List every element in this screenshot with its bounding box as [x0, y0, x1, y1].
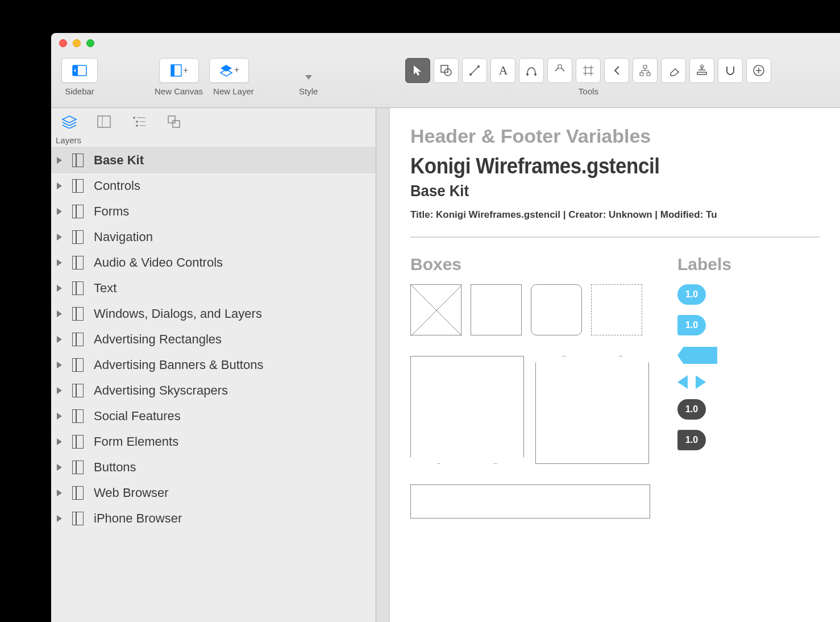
labels-section: Labels 1.0 1.0 1.0 1.0: [677, 255, 734, 519]
style-dropdown[interactable]: [296, 58, 321, 83]
layer-item-label: iPhone Browser: [94, 511, 182, 526]
svg-line-45: [411, 285, 462, 336]
layer-item[interactable]: Audio & Video Controls: [51, 250, 376, 275]
artboard-tool[interactable]: [576, 58, 601, 83]
svg-text:+: +: [234, 65, 239, 74]
label-bubble-3[interactable]: 1.0: [677, 399, 706, 420]
minimize-button[interactable]: [73, 39, 81, 47]
svg-text:+: +: [183, 65, 188, 75]
pen-tool[interactable]: [519, 58, 544, 83]
layer-item[interactable]: Advertising Rectangles: [51, 326, 376, 352]
layer-item[interactable]: Navigation: [51, 224, 376, 250]
new-layer-label: New Layer: [213, 86, 254, 96]
eraser-tool[interactable]: [661, 58, 686, 83]
hierarchy-tool[interactable]: [633, 58, 658, 83]
sidebar-toggle-button[interactable]: [61, 58, 98, 83]
layer-item[interactable]: iPhone Browser: [51, 505, 376, 531]
layer-item[interactable]: Advertising Skyscrapers: [51, 378, 376, 403]
layer-item-label: Forms: [94, 204, 129, 219]
layer-item[interactable]: Advertising Banners & Buttons: [51, 352, 376, 378]
disclosure-triangle-icon[interactable]: [57, 336, 62, 343]
wide-box-shape[interactable]: [410, 484, 650, 519]
rounded-square-shape[interactable]: [531, 284, 582, 335]
triangle-pair[interactable]: [677, 375, 734, 389]
selection-tab[interactable]: [167, 115, 184, 130]
new-layer-button[interactable]: +: [209, 58, 249, 83]
chevron-down-icon: [305, 75, 312, 80]
stamp-tool[interactable]: [689, 58, 714, 83]
layer-item[interactable]: Windows, Dialogs, and Layers: [51, 301, 376, 326]
placeholder-box-shape[interactable]: [410, 284, 461, 335]
arrow-label-shape[interactable]: [677, 347, 717, 364]
disclosure-triangle-icon[interactable]: [57, 387, 62, 394]
text-tool[interactable]: A: [490, 58, 515, 83]
layer-item[interactable]: Web Browser: [51, 480, 376, 505]
svg-rect-4: [171, 65, 174, 76]
boxes-section: Boxes: [410, 255, 650, 519]
disclosure-triangle-icon[interactable]: [57, 285, 62, 292]
layer-item[interactable]: Forms: [51, 198, 376, 224]
disclosure-triangle-icon[interactable]: [57, 208, 62, 215]
svg-point-41: [136, 125, 138, 127]
layer-item[interactable]: Social Features: [51, 403, 376, 429]
disclosure-triangle-icon[interactable]: [57, 413, 62, 420]
svg-line-12: [471, 67, 479, 74]
canvas-tab[interactable]: [97, 115, 114, 130]
close-button[interactable]: [59, 39, 67, 47]
shape-tool[interactable]: [434, 58, 459, 83]
svg-point-14: [477, 65, 480, 68]
label-bubble-4[interactable]: 1.0: [677, 430, 706, 450]
layer-item[interactable]: Text: [51, 275, 376, 301]
layer-item[interactable]: Controls: [51, 173, 376, 198]
layers-tab[interactable]: [61, 115, 78, 130]
layer-item[interactable]: Form Elements: [51, 429, 376, 454]
canvas-icon: [72, 230, 84, 244]
canvas-icon: [72, 307, 84, 321]
wave-top-box-shape[interactable]: [535, 356, 649, 464]
boxes-heading: Boxes: [410, 255, 650, 274]
magnet-tool[interactable]: [718, 58, 743, 83]
svg-point-39: [136, 121, 138, 123]
point-edit-icon: [554, 64, 566, 77]
selection-tool[interactable]: [405, 58, 430, 83]
wave-bottom-box-shape[interactable]: [410, 356, 524, 464]
zoom-button[interactable]: [86, 39, 94, 47]
add-tool[interactable]: [746, 58, 771, 83]
square-shape[interactable]: [471, 284, 522, 335]
triangle-left-icon: [677, 375, 688, 389]
disclosure-triangle-icon[interactable]: [57, 464, 62, 471]
disclosure-triangle-icon[interactable]: [57, 310, 62, 317]
titlebar[interactable]: [51, 33, 840, 53]
disclosure-triangle-icon[interactable]: [57, 362, 62, 368]
disclosure-triangle-icon[interactable]: [57, 490, 62, 496]
canvas-icon: [72, 281, 84, 295]
point-edit-tool[interactable]: [547, 58, 572, 83]
svg-rect-23: [640, 73, 643, 76]
disclosure-triangle-icon[interactable]: [57, 234, 62, 240]
canvas-area[interactable]: Header & Footer Variables Konigi Wirefra…: [390, 108, 840, 622]
label-bubble-2[interactable]: 1.0: [677, 315, 706, 335]
line-tool[interactable]: [462, 58, 487, 83]
label-bubble-text: 1.0: [685, 404, 698, 414]
layer-item[interactable]: Buttons: [51, 454, 376, 480]
canvas-icon: [72, 461, 84, 474]
svg-marker-9: [414, 65, 421, 76]
disclosure-triangle-icon[interactable]: [57, 515, 62, 522]
svg-rect-22: [643, 65, 647, 68]
layer-item-label: Buttons: [94, 460, 136, 475]
disclosure-triangle-icon[interactable]: [57, 157, 62, 164]
disclosure-triangle-icon[interactable]: [57, 259, 62, 266]
disclosure-triangle-icon[interactable]: [57, 183, 62, 189]
new-canvas-button[interactable]: +: [159, 58, 199, 83]
label-bubble-1[interactable]: 1.0: [677, 284, 706, 305]
layer-item-label: Audio & Video Controls: [94, 255, 223, 270]
back-tool[interactable]: [604, 58, 629, 83]
app-window: Sidebar + + New Canvas New Layer Styl: [51, 33, 840, 622]
label-bubble-text: 1.0: [685, 320, 698, 330]
svg-marker-29: [671, 69, 679, 76]
outline-tab[interactable]: [132, 115, 149, 130]
dashed-square-shape[interactable]: [591, 284, 642, 335]
layer-item[interactable]: Base Kit: [51, 147, 376, 173]
disclosure-triangle-icon[interactable]: [57, 438, 62, 445]
svg-rect-35: [98, 116, 110, 127]
